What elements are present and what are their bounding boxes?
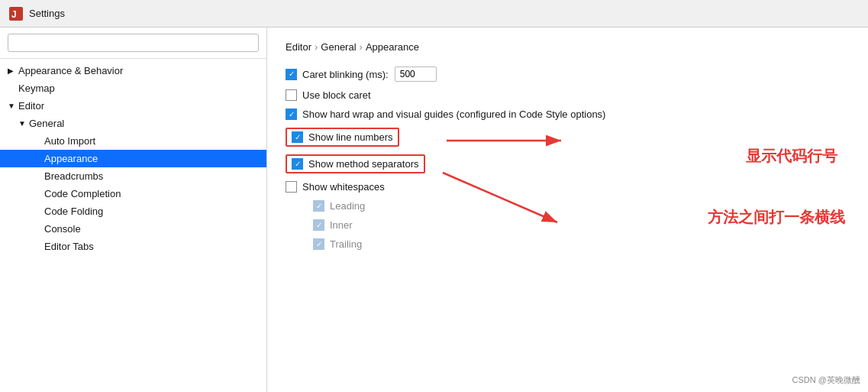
show-method-separators-wrapper[interactable]: Show method separators [286,154,425,173]
caret-blinking-row: Caret blinking (ms): [286,66,850,82]
show-line-numbers-row: Show line numbers [286,128,850,147]
csdn-watermark: CSDN @英晚微醺 [792,374,860,386]
sidebar-item-keymap[interactable]: Keymap [0,79,266,97]
show-whitespaces-wrapper[interactable]: Show whitespaces [286,181,385,193]
inner-wrapper[interactable]: Inner [313,219,353,231]
sidebar-item-label: Appearance [44,153,259,164]
main-layout: ▶Appearance & BehaviorKeymap▼Editor▼Gene… [0,28,868,392]
trailing-label: Trailing [330,238,362,250]
sidebar-item-label: Code Completion [44,188,259,199]
sidebar-item-label: Editor [18,100,259,112]
show-line-numbers-checkbox[interactable] [292,131,303,143]
show-method-separators-row: Show method separators [286,154,850,173]
leading-wrapper[interactable]: Leading [313,200,365,212]
arrow-icon: ▼ [8,102,18,110]
caret-blinking-checkbox-wrapper[interactable]: Caret blinking (ms): [286,69,389,80]
sidebar-item-label: General [29,118,259,129]
sidebar-item-label: Keymap [18,83,259,94]
show-whitespaces-row: Show whitespaces [286,181,850,193]
app-icon: J [9,7,23,21]
sidebar-item-appearance[interactable]: Appearance [0,150,266,167]
breadcrumb: Editor › General › Appearance [286,41,850,53]
breadcrumb-sep-1: › [315,41,318,53]
arrow-icon: ▶ [8,66,18,75]
show-method-separators-label: Show method separators [308,158,419,170]
sidebar-item-breadcrumbs[interactable]: Breadcrumbs [0,167,266,185]
show-line-numbers-label: Show line numbers [308,131,393,143]
inner-row: Inner [286,219,850,231]
inner-checkbox[interactable] [313,219,324,231]
sidebar-item-general[interactable]: ▼General [0,115,266,132]
breadcrumb-part-general: General [321,41,356,53]
sidebar-item-appearance-behavior[interactable]: ▶Appearance & Behavior [0,62,266,79]
sidebar-item-auto-import[interactable]: Auto Import [0,132,266,150]
svg-line-4 [443,173,557,222]
leading-row: Leading [286,200,850,212]
breadcrumb-part-editor: Editor [286,41,311,53]
show-line-numbers-wrapper[interactable]: Show line numbers [286,128,399,147]
trailing-checkbox[interactable] [313,238,324,250]
use-block-caret-row: Use block caret [286,89,850,101]
use-block-caret-wrapper[interactable]: Use block caret [286,89,371,101]
sidebar-item-editor-tabs[interactable]: Editor Tabs [0,238,266,255]
leading-label: Leading [330,200,365,212]
use-block-caret-checkbox[interactable] [286,89,297,101]
show-whitespaces-label: Show whitespaces [302,181,385,193]
inner-label: Inner [330,219,353,231]
show-whitespaces-checkbox[interactable] [286,181,297,193]
arrow-icon: ▼ [18,119,29,128]
show-hard-wrap-row: Show hard wrap and visual guides (config… [286,109,850,120]
show-hard-wrap-checkbox[interactable] [286,109,297,120]
search-bar[interactable] [0,28,266,59]
sidebar-item-code-folding[interactable]: Code Folding [0,202,266,220]
show-hard-wrap-label: Show hard wrap and visual guides (config… [302,109,605,120]
search-input[interactable] [8,34,259,52]
svg-text:J: J [11,9,17,20]
content-area: Editor › General › Appearance Caret blin… [267,28,868,392]
use-block-caret-label: Use block caret [302,89,371,101]
sidebar-item-editor[interactable]: ▼Editor [0,97,266,115]
sidebar-tree: ▶Appearance & BehaviorKeymap▼Editor▼Gene… [0,59,266,392]
trailing-wrapper[interactable]: Trailing [313,238,362,250]
trailing-row: Trailing [286,238,850,250]
caret-blinking-input[interactable] [395,66,437,82]
sidebar-item-label: Breadcrumbs [44,170,259,182]
show-hard-wrap-wrapper[interactable]: Show hard wrap and visual guides (config… [286,109,605,120]
sidebar-item-label: Editor Tabs [44,241,259,252]
sidebar-item-label: Code Folding [44,206,259,217]
sidebar-item-console[interactable]: Console [0,220,266,238]
sidebar: ▶Appearance & BehaviorKeymap▼Editor▼Gene… [0,28,267,392]
show-method-separators-checkbox[interactable] [292,158,303,170]
caret-blinking-label: Caret blinking (ms): [302,69,389,80]
breadcrumb-part-appearance: Appearance [366,41,419,53]
window-title: Settings [29,8,65,19]
sidebar-item-label: Auto Import [44,135,259,147]
sidebar-item-code-completion[interactable]: Code Completion [0,185,266,202]
leading-checkbox[interactable] [313,200,324,212]
caret-blinking-checkbox[interactable] [286,69,297,80]
sidebar-item-label: Console [44,223,259,235]
breadcrumb-sep-2: › [360,41,363,53]
sidebar-item-label: Appearance & Behavior [18,65,259,76]
title-bar: J Settings [0,0,868,28]
